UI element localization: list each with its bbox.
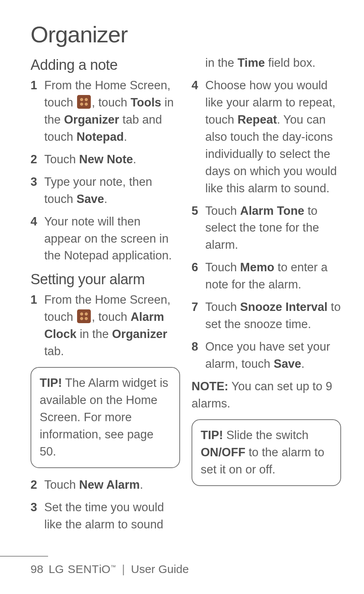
text: Slide the switch	[223, 428, 309, 442]
text: , touch	[92, 96, 130, 109]
text: Touch	[205, 204, 240, 217]
heading-setting-alarm: Setting your alarm	[31, 271, 180, 288]
brand-b: iO	[99, 563, 110, 575]
bold: ON/OFF	[201, 446, 245, 459]
brand-a: SENT	[68, 563, 99, 575]
setting-alarm-step-2: 2 Touch New Alarm.	[31, 476, 180, 494]
step-number: 4	[192, 77, 205, 94]
trademark-icon: ™	[110, 564, 116, 570]
step-number: 1	[31, 291, 44, 309]
bold: Save	[76, 192, 104, 206]
tip-box-alarm-widget: TIP! The Alarm widget is available on th…	[31, 367, 180, 468]
bold: Save	[274, 357, 301, 370]
note-max-alarms: NOTE: You can set up to 9 alarms.	[192, 378, 341, 412]
step-number: 6	[192, 259, 205, 276]
text: Once you have set your alarm, touch	[205, 340, 330, 370]
step-body: Touch New Note.	[44, 151, 180, 168]
text: Touch	[44, 153, 79, 166]
setting-alarm-step-8: 8 Once you have set your alarm, touch Sa…	[192, 338, 341, 373]
note-label: NOTE:	[192, 380, 228, 393]
lg-logo-text: LG	[48, 563, 64, 576]
step-number: 7	[192, 299, 205, 316]
setting-alarm-step-5: 5 Touch Alarm Tone to select the tone fo…	[192, 203, 341, 254]
page-footer: 98 LG SENTiO™ | User Guide	[31, 563, 189, 576]
step-body: Touch New Alarm.	[44, 476, 180, 494]
bold: New Alarm	[79, 478, 140, 491]
step-body: Touch Memo to enter a note for the alarm…	[205, 259, 341, 293]
adding-note-step-2: 2 Touch New Note.	[31, 151, 180, 168]
text: field box.	[265, 56, 316, 69]
step-body: in the Time field box.	[205, 55, 341, 72]
step-number: 2	[31, 151, 44, 168]
step-number: 2	[31, 476, 44, 494]
text: in the	[205, 56, 237, 69]
content-columns: Adding a note 1 From the Home Screen, to…	[31, 55, 341, 539]
bold: Organizer	[112, 327, 167, 341]
setting-alarm-step-3: 3 Set the time you would like the alarm …	[31, 499, 180, 533]
text: Touch	[205, 300, 240, 314]
step-body: Once you have set your alarm, touch Save…	[205, 338, 341, 373]
text: tab.	[44, 344, 64, 358]
text: .	[301, 357, 305, 370]
text: Touch	[205, 261, 240, 274]
brand-name: SENTiO™	[68, 563, 116, 576]
step-body: From the Home Screen, touch , touch Alar…	[44, 291, 180, 360]
bold: Time	[237, 56, 265, 69]
setting-alarm-step-1: 1 From the Home Screen, touch , touch Al…	[31, 291, 180, 360]
footer-rule	[0, 556, 48, 557]
tip-label: TIP!	[201, 428, 223, 442]
left-column: Adding a note 1 From the Home Screen, to…	[31, 55, 180, 539]
bold: Notepad	[76, 130, 124, 143]
step-body: Set the time you would like the alarm to…	[44, 499, 180, 533]
step-body: From the Home Screen, touch , touch Tool…	[44, 77, 180, 146]
text: .	[104, 192, 108, 206]
step-body: Touch Snooze Interval to set the snooze …	[205, 299, 341, 333]
page-number: 98	[31, 563, 43, 576]
tip-label: TIP!	[40, 376, 62, 390]
step-number: 3	[31, 174, 44, 191]
bold: Tools	[130, 96, 161, 109]
setting-alarm-step-6: 6 Touch Memo to enter a note for the ala…	[192, 259, 341, 293]
adding-note-step-3: 3 Type your note, then touch Save.	[31, 174, 180, 208]
setting-alarm-step-3-cont: in the Time field box.	[192, 55, 341, 72]
bold: Organizer	[64, 113, 119, 126]
adding-note-step-1: 1 From the Home Screen, touch , touch To…	[31, 77, 180, 146]
setting-alarm-step-4: 4 Choose how you would like your alarm t…	[192, 77, 341, 197]
text: .	[133, 153, 137, 166]
page-title: Organizer	[31, 21, 341, 48]
adding-note-step-4: 4 Your note will then appear on the scre…	[31, 213, 180, 265]
separator: |	[122, 563, 125, 576]
bold: New Note	[79, 153, 133, 166]
text: in the	[76, 327, 112, 341]
step-body: Touch Alarm Tone to select the tone for …	[205, 203, 341, 254]
step-number: 8	[192, 338, 205, 356]
apps-grid-icon	[77, 309, 91, 323]
setting-alarm-step-7: 7 Touch Snooze Interval to set the snooz…	[192, 299, 341, 333]
bold: Alarm Tone	[240, 204, 304, 217]
step-number: 3	[31, 499, 44, 516]
step-number: 1	[31, 77, 44, 94]
tip-box-on-off: TIP! Slide the switch ON/OFF to the alar…	[192, 419, 341, 486]
step-body: Type your note, then touch Save.	[44, 174, 180, 208]
guide-label: User Guide	[131, 563, 189, 576]
step-number: 5	[192, 203, 205, 220]
text: Touch	[44, 478, 79, 491]
step-body: Choose how you would like your alarm to …	[205, 77, 341, 197]
heading-adding-note: Adding a note	[31, 57, 180, 73]
step-number: 4	[31, 213, 44, 230]
apps-grid-icon	[77, 95, 91, 109]
right-column: in the Time field box. 4 Choose how you …	[192, 55, 341, 539]
bold: Repeat	[237, 113, 277, 126]
text: .	[124, 130, 127, 143]
bold: Snooze Interval	[240, 300, 327, 314]
step-body: Your note will then appear on the screen…	[44, 213, 180, 265]
text: , touch	[92, 310, 130, 324]
bold: Memo	[240, 261, 274, 274]
text: .	[140, 478, 143, 491]
